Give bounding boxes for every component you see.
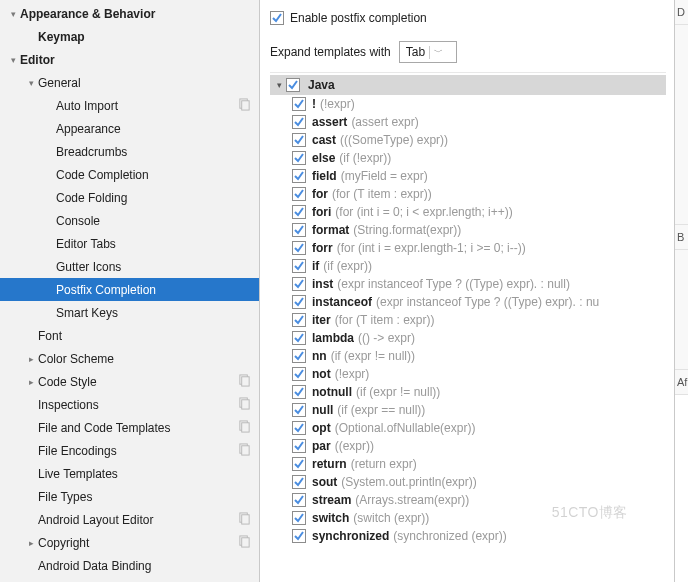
copy-settings-icon[interactable] (238, 374, 251, 390)
sidebar-item-keymap[interactable]: ▾Keymap (0, 25, 259, 48)
sidebar-item-editor[interactable]: ▾Editor (0, 48, 259, 71)
sidebar-item-label: Font (38, 329, 259, 343)
copy-settings-icon[interactable] (238, 535, 251, 551)
template-checkbox[interactable] (292, 169, 306, 183)
sidebar-item-copyright[interactable]: ▸Copyright (0, 531, 259, 554)
template-item-par[interactable]: par((expr)) (270, 437, 666, 455)
template-item-null[interactable]: null(if (expr == null)) (270, 401, 666, 419)
template-checkbox[interactable] (292, 457, 306, 471)
sidebar-item-postfix-completion[interactable]: ▾Postfix Completion (0, 278, 259, 301)
template-item-[interactable]: !(!expr) (270, 95, 666, 113)
sidebar-item-label: Console (56, 214, 259, 228)
sidebar-item-file-encodings[interactable]: ▾File Encodings (0, 439, 259, 462)
template-name: if (312, 259, 319, 273)
template-checkbox[interactable] (292, 295, 306, 309)
sidebar-item-console[interactable]: ▾Console (0, 209, 259, 232)
template-checkbox[interactable] (292, 529, 306, 543)
template-checkbox[interactable] (292, 97, 306, 111)
template-item-forr[interactable]: forr(for (int i = expr.length-1; i >= 0;… (270, 239, 666, 257)
template-example: (for (int i = expr.length-1; i >= 0; i--… (337, 241, 526, 255)
expand-with-select[interactable]: Tab ﹀ (399, 41, 457, 63)
template-item-assert[interactable]: assert(assert expr) (270, 113, 666, 131)
template-item-nn[interactable]: nn(if (expr != null)) (270, 347, 666, 365)
template-item-lambda[interactable]: lambda(() -> expr) (270, 329, 666, 347)
template-checkbox[interactable] (292, 367, 306, 381)
sidebar-item-android-data-binding[interactable]: ▾Android Data Binding (0, 554, 259, 577)
main-panel: Enable postfix completion Expand templat… (260, 0, 674, 582)
template-checkbox[interactable] (292, 493, 306, 507)
template-name: stream (312, 493, 351, 507)
template-checkbox[interactable] (292, 313, 306, 327)
template-checkbox[interactable] (292, 475, 306, 489)
sidebar-item-font[interactable]: ▾Font (0, 324, 259, 347)
sidebar-item-code-completion[interactable]: ▾Code Completion (0, 163, 259, 186)
template-item-cast[interactable]: cast(((SomeType) expr)) (270, 131, 666, 149)
template-item-if[interactable]: if(if (expr)) (270, 257, 666, 275)
sidebar-item-code-style[interactable]: ▸Code Style (0, 370, 259, 393)
template-language-root[interactable]: ▾ Java (270, 75, 666, 95)
sidebar-item-file-types[interactable]: ▾File Types (0, 485, 259, 508)
template-checkbox[interactable] (292, 259, 306, 273)
template-name: ! (312, 97, 316, 111)
sidebar-item-editor-tabs[interactable]: ▾Editor Tabs (0, 232, 259, 255)
template-checkbox[interactable] (292, 133, 306, 147)
template-checkbox[interactable] (292, 277, 306, 291)
template-checkbox[interactable] (292, 331, 306, 345)
template-item-else[interactable]: else(if (!expr)) (270, 149, 666, 167)
language-checkbox[interactable] (286, 78, 300, 92)
template-item-not[interactable]: not(!expr) (270, 365, 666, 383)
sidebar-item-general[interactable]: ▾General (0, 71, 259, 94)
template-item-switch[interactable]: switch(switch (expr)) (270, 509, 666, 527)
template-item-instanceof[interactable]: instanceof(expr instanceof Type ? ((Type… (270, 293, 666, 311)
sidebar-item-auto-import[interactable]: ▾Auto Import (0, 94, 259, 117)
copy-settings-icon[interactable] (238, 397, 251, 413)
template-checkbox[interactable] (292, 151, 306, 165)
sidebar-item-inspections[interactable]: ▾Inspections (0, 393, 259, 416)
template-item-format[interactable]: format(String.format(expr)) (270, 221, 666, 239)
template-checkbox[interactable] (292, 241, 306, 255)
template-item-sout[interactable]: sout(System.out.println(expr)) (270, 473, 666, 491)
sidebar-item-color-scheme[interactable]: ▸Color Scheme (0, 347, 259, 370)
sidebar-item-smart-keys[interactable]: ▾Smart Keys (0, 301, 259, 324)
template-item-stream[interactable]: stream(Arrays.stream(expr)) (270, 491, 666, 509)
template-item-field[interactable]: field(myField = expr) (270, 167, 666, 185)
template-checkbox[interactable] (292, 205, 306, 219)
copy-settings-icon[interactable] (238, 512, 251, 528)
sidebar-item-file-and-code-templates[interactable]: ▾File and Code Templates (0, 416, 259, 439)
sidebar-item-label: Copyright (38, 536, 259, 550)
template-checkbox[interactable] (292, 439, 306, 453)
template-item-opt[interactable]: opt(Optional.ofNullable(expr)) (270, 419, 666, 437)
template-checkbox[interactable] (292, 187, 306, 201)
svg-rect-11 (242, 515, 249, 524)
settings-sidebar[interactable]: ▾Appearance & Behavior▾Keymap▾Editor▾Gen… (0, 0, 260, 582)
template-checkbox[interactable] (292, 421, 306, 435)
template-item-iter[interactable]: iter(for (T item : expr)) (270, 311, 666, 329)
template-example: (if (!expr)) (339, 151, 391, 165)
template-item-inst[interactable]: inst(expr instanceof Type ? ((Type) expr… (270, 275, 666, 293)
template-checkbox[interactable] (292, 385, 306, 399)
template-name: inst (312, 277, 333, 291)
enable-postfix-checkbox[interactable] (270, 11, 284, 25)
template-item-for[interactable]: for(for (T item : expr)) (270, 185, 666, 203)
template-item-fori[interactable]: fori(for (int i = 0; i < expr.length; i+… (270, 203, 666, 221)
template-checkbox[interactable] (292, 511, 306, 525)
sidebar-item-gutter-icons[interactable]: ▾Gutter Icons (0, 255, 259, 278)
template-item-synchronized[interactable]: synchronized(synchronized (expr)) (270, 527, 666, 545)
sidebar-item-appearance-behavior[interactable]: ▾Appearance & Behavior (0, 2, 259, 25)
sidebar-item-android-layout-editor[interactable]: ▾Android Layout Editor (0, 508, 259, 531)
sidebar-item-appearance[interactable]: ▾Appearance (0, 117, 259, 140)
sidebar-item-breadcrumbs[interactable]: ▾Breadcrumbs (0, 140, 259, 163)
template-checkbox[interactable] (292, 223, 306, 237)
postfix-template-tree[interactable]: ▾ Java !(!expr)assert(assert expr)cast((… (270, 72, 666, 576)
template-checkbox[interactable] (292, 349, 306, 363)
copy-settings-icon[interactable] (238, 420, 251, 436)
copy-settings-icon[interactable] (238, 443, 251, 459)
template-checkbox[interactable] (292, 403, 306, 417)
template-item-notnull[interactable]: notnull(if (expr != null)) (270, 383, 666, 401)
copy-settings-icon[interactable] (238, 98, 251, 114)
sidebar-item-live-templates[interactable]: ▾Live Templates (0, 462, 259, 485)
template-checkbox[interactable] (292, 115, 306, 129)
svg-rect-9 (242, 446, 249, 455)
sidebar-item-code-folding[interactable]: ▾Code Folding (0, 186, 259, 209)
template-item-return[interactable]: return(return expr) (270, 455, 666, 473)
